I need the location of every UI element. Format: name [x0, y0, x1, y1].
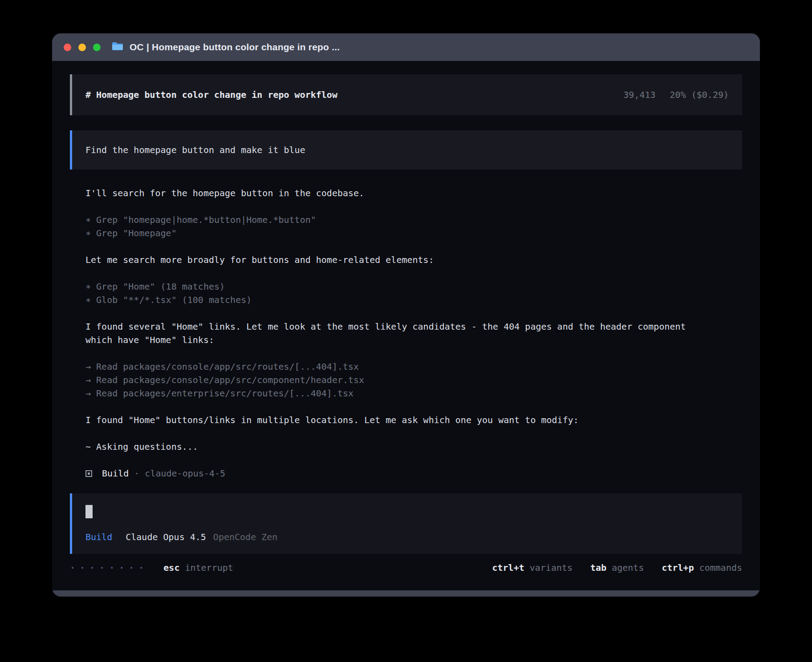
- titlebar-title-group: OC | Homepage button color change in rep…: [111, 41, 340, 53]
- tool-call-line: ∗ Glob "**/*.tsx" (100 matches): [85, 293, 718, 307]
- shortcut-label: commands: [699, 562, 742, 573]
- tool-call-line: → Read packages/console/app/src/componen…: [85, 373, 718, 387]
- shortcut-agents: tab agents: [590, 562, 644, 573]
- shortcut-label: agents: [612, 562, 644, 573]
- token-count: 39,413: [623, 89, 655, 100]
- tool-call-line: ∗ Grep "homepage|home.*button|Home.*butt…: [85, 213, 718, 226]
- context-usage: 20% ($0.29): [670, 89, 729, 100]
- conversation: I'll search for the homepage button in t…: [70, 186, 742, 480]
- prompt-input[interactable]: Build Claude Opus 4.5 OpenCode Zen: [70, 493, 742, 554]
- assistant-text: I'll search for the homepage button in t…: [85, 186, 718, 200]
- zoom-button[interactable]: [93, 44, 101, 51]
- model-name-label[interactable]: Claude Opus 4.5: [126, 532, 206, 542]
- conversation-gap: [85, 347, 742, 360]
- tool-call-line: ∗ Grep "Home" (18 matches): [85, 280, 718, 293]
- shortcut-label: variants: [530, 562, 572, 573]
- agent-mode-label[interactable]: Build: [85, 532, 112, 542]
- tool-call-line: ∗ Grep "Homepage": [85, 226, 718, 240]
- assistant-text: ~ Asking questions...: [85, 440, 718, 453]
- conversation-gap: [85, 266, 742, 280]
- conversation-gap: [85, 200, 742, 213]
- model-status-row: Build Claude Opus 4.5 OpenCode Zen: [85, 532, 729, 542]
- terminal-content: # Homepage button color change in repo w…: [52, 61, 760, 590]
- shortcut-commands: ctrl+p commands: [662, 562, 742, 573]
- window-titlebar[interactable]: OC | Homepage button color change in rep…: [52, 33, 760, 61]
- text-cursor: [85, 505, 93, 518]
- shortcut-variants: ctrl+t variants: [492, 562, 572, 573]
- user-message: Find the homepage button and make it blu…: [70, 130, 742, 170]
- terminal-window: OC | Homepage button color change in rep…: [52, 33, 760, 597]
- agent-separator: ·: [129, 467, 145, 480]
- square-with-dot-icon: [85, 470, 92, 477]
- status-bar: ········ esc interrupt ctrl+t variants t…: [70, 554, 742, 581]
- shortcut-key: tab: [590, 562, 606, 573]
- shortcut-key: ctrl+t: [492, 562, 524, 573]
- assistant-text: I found several "Home" links. Let me loo…: [85, 320, 718, 347]
- status-bar-right: ctrl+t variants tab agents ctrl+p comman…: [492, 562, 742, 573]
- close-button[interactable]: [64, 44, 71, 51]
- provider-label: OpenCode Zen: [213, 532, 278, 542]
- shortcut-key: esc: [163, 562, 179, 573]
- conversation-gap: [85, 400, 742, 413]
- conversation-gap: [85, 427, 742, 440]
- shortcut-interrupt: esc interrupt: [163, 562, 233, 573]
- session-stats: 39,413 20% ($0.29): [623, 89, 729, 100]
- agent-model: claude-opus-4-5: [145, 467, 225, 480]
- shortcut-label: interrupt: [185, 562, 233, 573]
- conversation-gap: [85, 240, 742, 253]
- assistant-text: I found "Home" buttons/links in multiple…: [85, 413, 718, 427]
- tool-call-line: → Read packages/enterprise/src/routes/[.…: [85, 387, 718, 400]
- window-controls: [64, 44, 101, 51]
- tool-call-line: → Read packages/console/app/src/routes/[…: [85, 360, 718, 373]
- session-header: # Homepage button color change in repo w…: [70, 74, 742, 115]
- session-title: # Homepage button color change in repo w…: [85, 89, 337, 100]
- status-bar-left: ········ esc interrupt: [70, 562, 233, 573]
- minimize-button[interactable]: [78, 44, 86, 51]
- folder-icon: [111, 41, 124, 53]
- conversation-gap: [85, 307, 742, 320]
- agent-name: Build: [102, 467, 129, 480]
- assistant-text: Let me search more broadly for buttons a…: [85, 253, 718, 266]
- progress-dots-icon: ········: [70, 562, 148, 573]
- user-message-text: Find the homepage button and make it blu…: [85, 145, 305, 155]
- window-title: OC | Homepage button color change in rep…: [130, 42, 340, 52]
- conversation-gap: [85, 453, 742, 467]
- shortcut-key: ctrl+p: [662, 562, 694, 573]
- agent-status-line: Build · claude-opus-4-5: [85, 467, 718, 480]
